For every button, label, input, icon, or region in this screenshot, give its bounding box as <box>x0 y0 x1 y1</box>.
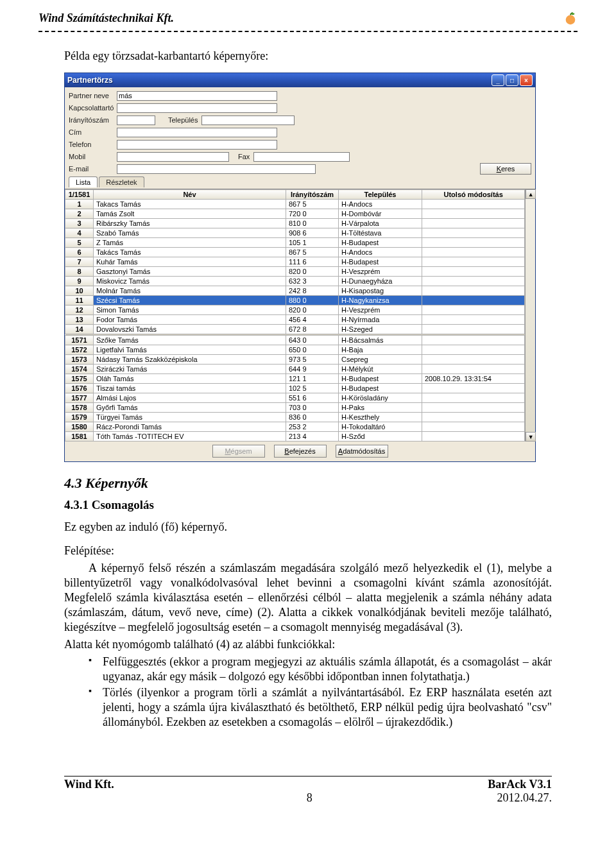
partner-neve-input[interactable] <box>117 91 277 101</box>
email-input[interactable] <box>117 164 316 174</box>
cell-mod <box>422 209 525 219</box>
minimize-icon[interactable]: _ <box>492 74 504 86</box>
cell-zip: 703 0 <box>286 403 339 413</box>
cell-zip: 121 1 <box>286 374 339 384</box>
cell-city: H-Mélykút <box>339 365 422 374</box>
mobil-input[interactable] <box>117 152 229 162</box>
table-row[interactable]: 1579Türgyei Tamás836 0H-Keszthely <box>65 413 525 422</box>
table-row[interactable]: 1578Győrfi Tamás703 0H-Paks <box>65 403 525 413</box>
table-row[interactable]: 13Fodor Tamás456 4H-Nyírmada <box>65 315 525 325</box>
row-index: 12 <box>65 305 94 315</box>
header-zip[interactable]: Irányítószám <box>286 190 339 200</box>
label-fax: Fax <box>238 153 250 160</box>
doc-header: Wind Számítástechnikai Kft. <box>38 12 578 28</box>
header-nev[interactable]: Név <box>94 190 286 200</box>
table-row[interactable]: 1573Nádasy Tamás Szakközépiskola973 5Cse… <box>65 355 525 365</box>
kapcsolattarto-input[interactable] <box>117 103 277 113</box>
row-index: 2 <box>65 209 94 219</box>
cell-city: H-Budapest <box>339 238 422 248</box>
cell-name: Rácz-Porondi Tamás <box>94 422 286 432</box>
cell-name: Tóth Tamás -TOTITECH EV <box>94 432 286 442</box>
cell-mod <box>422 219 525 228</box>
table-row[interactable]: 1571Szőke Tamás643 0H-Bácsalmás <box>65 336 525 345</box>
cell-city: H-Sződ <box>339 432 422 442</box>
table-row[interactable]: 9Miskovicz Tamás632 3H-Dunaegyháza <box>65 277 525 286</box>
row-index: 1574 <box>65 365 94 374</box>
bullet-1: Felfüggesztés (ekkor a program megjegyzi… <box>89 655 552 684</box>
fax-input[interactable] <box>253 152 350 162</box>
table-row[interactable]: 1Takacs Tamás867 5H-Andocs <box>65 200 525 209</box>
megsem-button[interactable]: Mégsem <box>212 445 265 458</box>
header-mod[interactable]: Utolsó módosítás <box>422 190 525 200</box>
cell-city: H-Baja <box>339 345 422 355</box>
table-row[interactable]: 1575Oláh Tamás121 1H-Budapest2008.10.29.… <box>65 374 525 384</box>
cell-city: H-Andocs <box>339 248 422 257</box>
header-city[interactable]: Település <box>339 190 422 200</box>
cell-mod <box>422 305 525 315</box>
scroll-up-icon[interactable]: ▲ <box>526 189 536 199</box>
footer-rule <box>64 776 552 776</box>
search-form: Partner neve Kapcsolattartó Irányítószám… <box>65 87 535 189</box>
cell-city: H-Paks <box>339 403 422 413</box>
table-row[interactable]: 2Tamás Zsolt720 0H-Dombóvár <box>65 209 525 219</box>
tab-reszletek[interactable]: Részletek <box>99 176 144 187</box>
table-row[interactable]: 11Szécsi Tamás880 0H-Nagykanizsa <box>65 296 525 305</box>
cell-name: Sziráczki Tamás <box>94 365 286 374</box>
cell-city: H-Tokodaltáró <box>339 422 422 432</box>
table-row[interactable]: 1580Rácz-Porondi Tamás253 2H-Tokodaltáró <box>65 422 525 432</box>
label-telefon: Telefon <box>69 141 117 148</box>
table-row[interactable]: 1577Almási Lajos551 6H-Körösladány <box>65 393 525 403</box>
table-row[interactable]: 8Gasztonyi Tamás820 0H-Veszprém <box>65 267 525 277</box>
table-row[interactable]: 6Takács Tamás867 5H-Andocs <box>65 248 525 257</box>
telepules-input[interactable] <box>201 116 295 125</box>
table-row[interactable]: 1572Ligetfalvi Tamás650 0H-Baja <box>65 345 525 355</box>
befejezes-button[interactable]: Befejezés <box>274 445 327 458</box>
keres-button[interactable]: Keres <box>480 163 531 175</box>
heading-4-3-1: 4.3.1 Csomagolás <box>64 498 552 512</box>
iranyitoszam-input[interactable] <box>117 116 155 125</box>
cell-zip: 105 1 <box>286 238 339 248</box>
footer-right-1: BarAck V3.1 <box>488 778 552 791</box>
table-row[interactable]: 10Molnár Tamás242 8H-Kisapostag <box>65 286 525 296</box>
maximize-icon[interactable]: □ <box>506 74 518 86</box>
cell-zip: 820 0 <box>286 267 339 277</box>
cell-city: H-Veszprém <box>339 305 422 315</box>
document-body: 4.3 Képernyők 4.3.1 Csomagolás Ez egyben… <box>64 475 552 730</box>
cell-city: H-Dombóvár <box>339 209 422 219</box>
row-index: 1572 <box>65 345 94 355</box>
cell-city: H-Budapest <box>339 374 422 384</box>
para-1: Ez egyben az induló (fő) képernyő. <box>64 520 552 535</box>
cim-input[interactable] <box>117 128 277 137</box>
cell-city: Csepreg <box>339 355 422 365</box>
footer-left: Wind Kft. <box>64 778 114 791</box>
cell-name: Oláh Tamás <box>94 374 286 384</box>
row-index: 1578 <box>65 403 94 413</box>
heading-4-3: 4.3 Képernyők <box>64 475 552 492</box>
footer-center-1 <box>114 778 488 791</box>
cell-name: Tiszai tamás <box>94 384 286 393</box>
tab-lista[interactable]: Lista <box>69 176 98 187</box>
table-row[interactable]: 12Simon Tamás820 0H-Veszprém <box>65 305 525 315</box>
cell-mod <box>422 403 525 413</box>
table-row[interactable]: 3Ribárszky Tamás810 0H-Várpalota <box>65 219 525 228</box>
table-row[interactable]: 1581Tóth Tamás -TOTITECH EV213 4H-Sződ <box>65 432 525 442</box>
cell-mod <box>422 228 525 238</box>
table-row[interactable]: 7Kuhár Tamás111 6H-Budapest <box>65 257 525 267</box>
close-icon[interactable]: × <box>520 74 533 86</box>
table-row[interactable]: 4Szabó Tamás908 6H-Töltéstava <box>65 228 525 238</box>
scrollbar[interactable]: ▲ ▼ <box>525 189 535 442</box>
cell-mod <box>422 257 525 267</box>
table-row[interactable]: 5Z Tamás105 1H-Budapest <box>65 238 525 248</box>
scroll-down-icon[interactable]: ▼ <box>526 432 536 442</box>
cell-city: H-Dunaegyháza <box>339 277 422 286</box>
telefon-input[interactable] <box>117 140 277 150</box>
label-mobil: Mobil <box>69 153 117 160</box>
cell-city: H-Kisapostag <box>339 286 422 296</box>
row-index: 3 <box>65 219 94 228</box>
table-row[interactable]: 1574Sziráczki Tamás644 9H-Mélykút <box>65 365 525 374</box>
cell-name: Kuhár Tamás <box>94 257 286 267</box>
adatmodositas-button[interactable]: Adatmódosítás <box>336 445 388 458</box>
cell-city: H-Körösladány <box>339 393 422 403</box>
table-row[interactable]: 1576Tiszai tamás102 5H-Budapest <box>65 384 525 393</box>
table-row[interactable]: 14Dovalovszki Tamás672 8H-Szeged <box>65 325 525 334</box>
